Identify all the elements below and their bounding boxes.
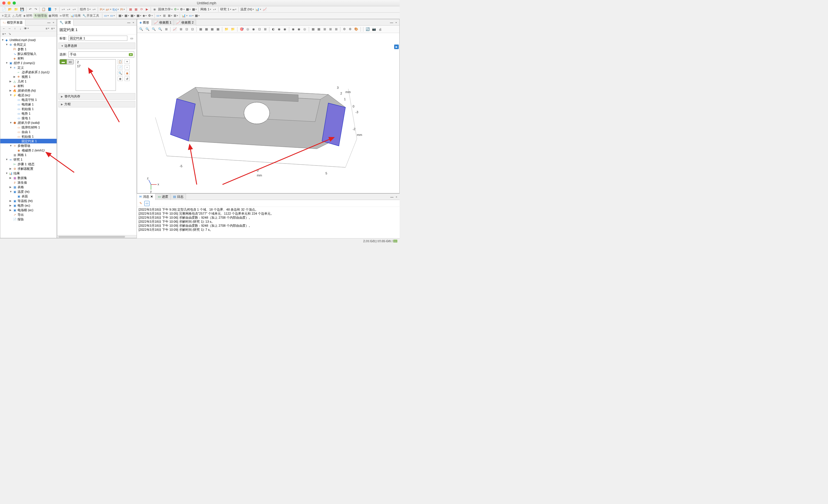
graphics-tool[interactable]: 🔄 — [365, 27, 371, 32]
node-dropdown-2[interactable]: ▫ — [66, 7, 71, 12]
tree-search[interactable]: ↘ — [7, 31, 12, 37]
pi-button[interactable]: Pi — [99, 7, 105, 12]
tree-node[interactable]: ▭初始值 1 — [0, 106, 57, 111]
graphics-tool[interactable]: 📁 — [230, 27, 236, 32]
fx-button[interactable]: f(x) — [112, 7, 120, 12]
tree-node[interactable]: ▶▦表格 — [0, 185, 57, 189]
tree-filter[interactable]: ≡ — [1, 31, 7, 37]
ribbon-extra-1[interactable]: ▭ — [104, 13, 109, 18]
settings-tab[interactable]: 🔧 设置 — [57, 19, 74, 26]
graphics-tool[interactable]: ⊡ — [190, 27, 195, 32]
ribbon-extra-11[interactable]: ⊞ — [167, 13, 173, 18]
ribbon-结果[interactable]: 📊结果 — [70, 13, 82, 18]
graphics-tool[interactable]: ⊞ — [262, 27, 268, 32]
graphics-tool[interactable]: ◉ — [251, 27, 256, 32]
graphics-tool[interactable]: ⊞ — [322, 27, 327, 32]
tree-node[interactable]: ▶👁视图 1 — [0, 75, 57, 79]
copy-button[interactable]: 📋 — [41, 7, 47, 12]
tree-node[interactable]: ▼📊结果 — [0, 171, 57, 176]
selection-item[interactable]: 17 — [77, 64, 115, 68]
tree-node[interactable]: ▭初始值 1 — [0, 134, 57, 139]
graphics-tool[interactable]: ⊡ — [257, 27, 262, 32]
minimize-icon[interactable]: — — [389, 20, 394, 25]
save-as-button[interactable]: 💾 — [19, 7, 25, 12]
component-dropdown[interactable]: 组件 1 — [79, 7, 91, 11]
result-chart-button[interactable]: 📈 — [262, 7, 268, 12]
tree-node[interactable]: ▼▣温度 (ht) — [0, 189, 57, 194]
node-dropdown-1[interactable]: ▫ — [61, 7, 66, 12]
tree-show[interactable]: 👁 — [23, 26, 29, 31]
graphics-tool[interactable]: ◎ — [245, 27, 250, 32]
physics-icon[interactable]: ◉ — [152, 7, 157, 12]
tree-node[interactable]: ▼⚛多物理场 — [0, 143, 57, 148]
study-dropdown[interactable]: 研究 1 — [220, 7, 232, 11]
zoom-window-button[interactable] — [13, 1, 16, 5]
refresh-button[interactable]: ⟳ — [139, 7, 144, 12]
graphics-tool[interactable]: ▦ — [310, 27, 316, 32]
messages-copy-icon[interactable]: ▭ — [144, 201, 150, 206]
tree-node[interactable]: ▭电势 1 — [0, 111, 57, 116]
graphics-tool[interactable]: ▦ — [198, 27, 203, 32]
ribbon-研究[interactable]: ∞研究 — [59, 13, 70, 18]
model-tree[interactable]: ▼◆Untitled.mph (root)▼⊕全局定义Pi参数 1↘默认模型输入… — [0, 37, 57, 238]
node-dropdown-3[interactable]: ▫ — [72, 7, 77, 12]
tree-node[interactable]: ▼⚡电流 (ec) — [0, 93, 57, 97]
graphics-tool[interactable]: 🎨 — [353, 27, 359, 32]
graphics-tool[interactable]: ⊞ — [328, 27, 333, 32]
graphics-tool[interactable]: ⊞ — [178, 27, 183, 32]
override-section-header[interactable]: ▶替代与共存 — [58, 93, 135, 100]
graphics-tool[interactable]: 📈 — [172, 27, 178, 32]
maximize-icon[interactable]: ▫ — [395, 195, 399, 199]
selection-add-icon[interactable]: ＋ — [124, 59, 130, 64]
open-button[interactable]: 📂 — [7, 7, 13, 12]
ribbon-开发工具[interactable]: 🔧开发工具 — [82, 13, 100, 18]
selection-mode-dropdown[interactable]: 手动 ▾ — [69, 51, 134, 57]
minimize-icon[interactable]: — — [390, 195, 394, 199]
selection-plot-icon[interactable]: ⊕ — [118, 77, 123, 81]
ribbon-extra-7[interactable]: ◈ — [142, 13, 147, 18]
tree-node[interactable]: ▭固定约束 1 — [0, 139, 57, 143]
tree-node[interactable]: 📄报告 — [0, 217, 57, 222]
graphics-tool[interactable]: ◉ — [277, 27, 282, 32]
tree-node[interactable]: ↗导出 — [0, 212, 57, 217]
maximize-icon[interactable]: ▫ — [394, 20, 398, 25]
selection-remove-icon[interactable]: － — [124, 65, 130, 70]
close-window-button[interactable] — [2, 1, 5, 5]
model-builder-tab[interactable]: ↑↓ 模型开发器 — [0, 19, 25, 26]
tree-node[interactable]: ↘默认模型输入 — [0, 51, 57, 56]
undo-button[interactable]: ↶ — [28, 7, 33, 12]
mesh-add-button[interactable]: ▫ — [212, 7, 217, 12]
ribbon-物理场[interactable]: ⚗物理场 — [33, 13, 48, 18]
tree-node[interactable]: ▼▣组件 1 (comp1) — [0, 61, 57, 65]
graphics-tool[interactable]: ⊡ — [184, 27, 189, 32]
graphics-tool[interactable]: 🔍 — [151, 27, 157, 32]
tree-node[interactable]: ▭电绝缘 1 — [0, 102, 57, 106]
geom-button[interactable]: ▦ — [128, 7, 133, 12]
tree-nav-up[interactable]: ↑ — [12, 26, 17, 31]
physics-btn-3[interactable]: ▦ — [185, 7, 191, 12]
messages-log[interactable]: [2022年3月18日 下午 9:39] 定型几何包含 1 个域、18 个边界、… — [137, 207, 400, 238]
graphics-tool[interactable]: 🔍 — [138, 27, 144, 32]
graphics-tool[interactable]: 📷 — [371, 27, 377, 32]
ribbon-extra-3[interactable]: ▦ — [118, 13, 124, 18]
tree-node[interactable]: ▶⚙求解器配置 — [0, 166, 57, 171]
result-plot-button[interactable]: 📊 — [255, 7, 262, 12]
tree-node[interactable]: ◉电磁热 1 (emh1) — [0, 148, 57, 152]
physics-btn-2[interactable]: ⚙ — [179, 7, 185, 12]
maximize-icon[interactable]: ▫ — [51, 20, 55, 25]
tree-node[interactable]: ▶▣电场模 (ec) — [0, 208, 57, 212]
tree-node[interactable]: ◈材料 — [0, 56, 57, 61]
component-add-button[interactable]: ▫ — [91, 7, 96, 12]
graphics-tool[interactable]: ▦ — [204, 27, 209, 32]
tag-input[interactable] — [69, 36, 127, 41]
physics-btn-4[interactable]: ▦ — [192, 7, 197, 12]
graphics-side-toggle[interactable]: ▶ — [394, 45, 399, 49]
compute-button[interactable]: ▶ — [144, 7, 150, 12]
tree-nav-fwd[interactable]: → — [7, 26, 12, 31]
pi2-button[interactable]: Pi — [120, 7, 125, 12]
tree-expand[interactable]: ≡ — [50, 26, 55, 31]
close-icon[interactable]: ✕ — [150, 195, 153, 198]
new-button[interactable]: 📄 — [1, 7, 7, 12]
var-button[interactable]: a= — [105, 7, 112, 12]
tree-node[interactable]: ⊢步骤 1: 稳态 — [0, 162, 57, 166]
